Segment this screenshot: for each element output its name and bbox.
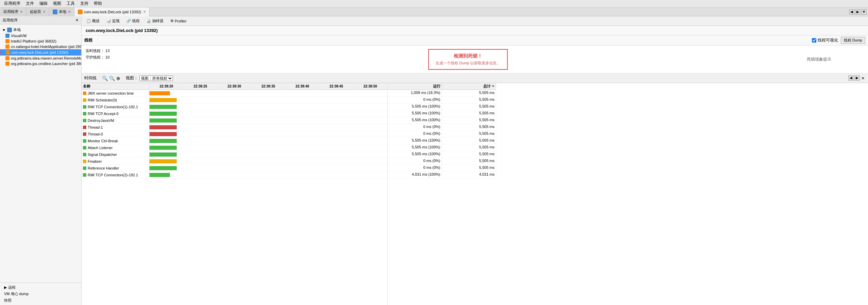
menu-support[interactable]: 支持 xyxy=(77,1,91,6)
timeline-next-btn[interactable]: ▶ xyxy=(854,75,860,81)
thread-name-text-8: Attach Listener xyxy=(88,146,112,150)
toolbar-overview[interactable]: 📋 概述 xyxy=(84,18,102,24)
tab-app-close[interactable]: ✕ xyxy=(20,10,23,14)
deadlock-area: 检测到死锁！ 生成一个线程 Dump 以获取更多信息。 xyxy=(136,46,800,73)
total-cell-7: 5,505 ms xyxy=(442,138,497,144)
thread-indicator-7 xyxy=(83,139,86,143)
sidebar-visualvm-label: VisualVM xyxy=(11,34,27,38)
zoom-in-btn[interactable]: 🔍 xyxy=(102,76,108,81)
sidebar: 应用程序 ✕ ▼ 本地 VisualVM IntelliJ Plat xyxy=(0,16,82,305)
right-panel: 📋 概述 📊 监视 🔗 线程 🔬 抽样器 ⚙ Profiler com.wwy xyxy=(82,16,868,305)
run-cell-11: 0 ms (0%) xyxy=(388,165,442,171)
timeline-close-btn[interactable]: ✕ xyxy=(861,75,865,81)
expand-icon: ▼ xyxy=(2,28,6,32)
sidebar-item-launcher[interactable]: org.jetbrains.jps.cmdline.Launcher (pid … xyxy=(0,61,81,66)
bar-area-3 xyxy=(150,110,387,117)
thread-name-text-1: RMI Scheduler(0) xyxy=(88,98,117,102)
overview-label: 概述 xyxy=(92,18,100,23)
thread-indicator-0 xyxy=(83,92,86,95)
tab-local-close[interactable]: ✕ xyxy=(68,10,71,14)
sidebar-item-intellij[interactable]: IntelliJ Platform (pid 36832) xyxy=(0,38,81,44)
tab-start-label: 起始页 xyxy=(30,9,41,14)
zoom-controls: 🔍 🔍 ⊕ xyxy=(102,76,120,81)
tab-start-close[interactable]: ✕ xyxy=(43,10,46,14)
toolbar-threads[interactable]: 🔗 线程 xyxy=(124,18,142,24)
col-run-header: 运行 xyxy=(388,83,442,90)
menu-bar: 应用程序 文件 编辑 视图 工具 支持 帮助 xyxy=(0,0,868,7)
sidebar-remote[interactable]: ▶ 远程 xyxy=(3,284,79,291)
sidebar-item-dielock[interactable]: com.wwy.lock.DieLock (pid 13392) 我们出现死锁的… xyxy=(0,49,81,55)
toolbar-sampler[interactable]: 🔬 抽样器 xyxy=(144,18,166,24)
tab-dielock[interactable]: com.wwy.lock.DieLock (pid 13392) ✕ xyxy=(74,7,150,16)
stats-row-1: 0 ms (0%)5,505 ms xyxy=(388,97,496,103)
menu-app[interactable]: 应用程序 xyxy=(1,1,23,6)
stats-panel-header: 运行 总计 xyxy=(388,83,496,90)
tab-menu-btn[interactable]: ▼ xyxy=(861,9,867,15)
thread-name-text-10: Finalizer xyxy=(88,159,102,163)
thread-name-9: Signal Dispatcher xyxy=(82,151,150,158)
col-total-label: 总计 xyxy=(483,84,491,89)
total-cell-0: 5,505 ms xyxy=(442,90,497,96)
stat-live: 实时线程： 13 xyxy=(86,48,132,53)
sidebar-close[interactable]: ✕ xyxy=(75,18,79,22)
menu-view[interactable]: 视图 xyxy=(50,1,64,6)
view-select[interactable]: 视图：所有线程 xyxy=(139,76,173,81)
sidebar-local-label: 本地 xyxy=(13,27,21,32)
bar-12 xyxy=(150,173,170,177)
bar-2 xyxy=(150,105,177,109)
total-cell-1: 5,505 ms xyxy=(442,97,497,103)
time-3: 22:38:35 xyxy=(251,83,285,90)
menu-file[interactable]: 文件 xyxy=(23,1,37,6)
sidebar-item-hotel[interactable]: cn.safangui.hotel.HotelApplication (pid … xyxy=(0,44,81,49)
bar-5 xyxy=(150,125,177,129)
zoom-fit-btn[interactable]: ⊕ xyxy=(116,76,120,81)
tab-dielock-close[interactable]: ✕ xyxy=(143,10,146,14)
tab-bar: 应用程序 ✕ 起始页 ✕ 本地 ✕ com.wwy.lock.DieLock (… xyxy=(0,7,868,16)
zoom-out-btn[interactable]: 🔍 xyxy=(109,76,115,81)
thread-name-0: JMX server connection time xyxy=(82,90,150,96)
stat-live-key: 实时线程： xyxy=(86,49,104,53)
thread-indicator-12 xyxy=(83,173,86,177)
deadlock-hint: 死锁现象提示 xyxy=(800,46,868,73)
tab-start[interactable]: 起始页 ✕ xyxy=(27,7,49,16)
tab-prev-btn[interactable]: ◀ xyxy=(849,9,854,15)
dump-button[interactable]: 线程 Dump xyxy=(841,37,865,44)
bar-area-6 xyxy=(150,131,387,137)
sidebar-intellij-label: IntelliJ Platform (pid 36832) xyxy=(11,39,56,43)
time-2: 22:38:30 xyxy=(218,83,251,90)
thread-indicator-8 xyxy=(83,146,86,149)
profiler-icon: ⚙ xyxy=(170,19,174,23)
menu-tools[interactable]: 工具 xyxy=(64,1,77,6)
tab-app[interactable]: 应用程序 ✕ xyxy=(0,7,27,16)
tab-local[interactable]: 本地 ✕ xyxy=(49,7,74,16)
timeline-header: 时间线 🔍 🔍 ⊕ 视图： 视图：所有线程 ◀ ▶ ✕ xyxy=(82,74,868,83)
sidebar-bottom: ▶ 远程 VM 堆心 dump 快照 xyxy=(0,283,81,305)
thread-indicator-6 xyxy=(83,132,86,136)
threads-label: 线程 xyxy=(132,18,140,23)
thread-indicator-4 xyxy=(83,119,86,122)
bar-area-8 xyxy=(150,144,387,151)
menu-edit[interactable]: 编辑 xyxy=(37,1,50,6)
thread-name-text-0: JMX server connection time xyxy=(88,91,134,95)
tab-next-btn[interactable]: ▶ xyxy=(855,9,861,15)
timeline-prev-btn[interactable]: ◀ xyxy=(848,75,854,81)
total-cell-8: 5,505 ms xyxy=(442,144,497,151)
sidebar-item-visualvm[interactable]: VisualVM xyxy=(0,33,81,38)
toolbar-monitor[interactable]: 📊 监视 xyxy=(104,18,122,24)
bar-0 xyxy=(150,91,170,95)
sidebar-group-local-header[interactable]: ▼ 本地 xyxy=(0,27,81,33)
viz-checkbox[interactable] xyxy=(812,38,816,43)
stats-rows-container: 1,009 ms (18.3%)5,505 ms0 ms (0%)5,505 m… xyxy=(388,90,496,305)
run-cell-10: 0 ms (0%) xyxy=(388,158,442,164)
time-label-row: 22:38:20 22:38:25 22:38:30 22:38:35 22:3… xyxy=(150,83,387,90)
toolbar-profiler[interactable]: ⚙ Profiler xyxy=(168,18,189,24)
sidebar-tab: 应用程序 ✕ xyxy=(0,16,81,25)
total-cell-11: 5,505 ms xyxy=(442,165,497,171)
thread-name-text-5: Thread-1 xyxy=(88,125,103,129)
sidebar-vm-dump[interactable]: VM 堆心 dump xyxy=(3,291,79,297)
deadlock-title: 检测到死锁！ xyxy=(436,53,500,59)
menu-help[interactable]: 帮助 xyxy=(91,1,105,6)
timeline-nav-btns: ◀ ▶ ✕ xyxy=(848,75,865,81)
sidebar-item-maven[interactable]: org.jetbrains.idea.maven.server.RemoteMa… xyxy=(0,55,81,61)
sidebar-snapshot[interactable]: 快照 xyxy=(3,297,79,304)
